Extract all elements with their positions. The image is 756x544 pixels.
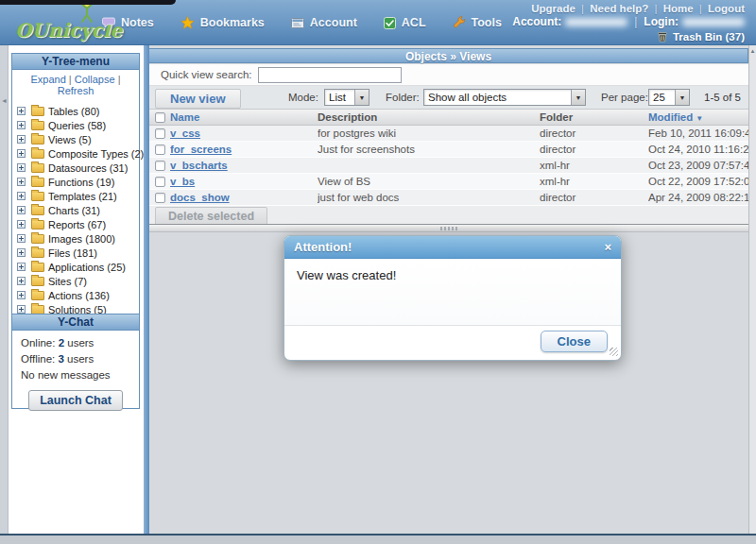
expand-plus-icon[interactable] bbox=[17, 206, 26, 214]
scrollbar[interactable]: ▲ bbox=[748, 45, 756, 534]
table-header: Name Description Folder Modified▼ bbox=[149, 110, 748, 126]
tree-item-files[interactable]: Files (181) bbox=[15, 246, 139, 260]
sidebar-collapse-arrow[interactable]: ◄ bbox=[1, 97, 8, 104]
tree-item-applications[interactable]: Applications (25) bbox=[15, 260, 139, 274]
expand-plus-icon[interactable] bbox=[17, 192, 26, 200]
tree-item-images[interactable]: Images (1800) bbox=[15, 231, 139, 246]
expand-plus-icon[interactable] bbox=[17, 178, 26, 186]
new-view-button[interactable]: New view bbox=[155, 89, 241, 109]
panel-splitter[interactable] bbox=[149, 224, 748, 232]
dialog-header[interactable]: Attention! × bbox=[284, 236, 621, 259]
refresh-link[interactable]: Refresh bbox=[58, 85, 94, 96]
delete-selected-button[interactable]: Delete selected bbox=[155, 207, 267, 226]
expand-plus-icon[interactable] bbox=[17, 277, 26, 285]
row-modified: Apr 24, 2009 08:22:17 bbox=[648, 192, 748, 203]
expand-plus-icon[interactable] bbox=[17, 220, 26, 229]
tree-item-actions[interactable]: Actions (136) bbox=[15, 288, 139, 302]
row-checkbox[interactable] bbox=[155, 128, 165, 139]
tree-item-label: Reports (67) bbox=[48, 219, 106, 230]
row-description: for postgres wiki bbox=[318, 128, 540, 139]
per-page-select[interactable]: 25 ▼ bbox=[648, 89, 690, 106]
tree-item-label: Sites (7) bbox=[48, 276, 87, 287]
collapse-link[interactable]: Collapse bbox=[75, 74, 115, 85]
resize-handle-icon[interactable] bbox=[610, 348, 618, 356]
object-name-link[interactable]: v_bscharts bbox=[170, 160, 228, 171]
logout-link[interactable]: Logout bbox=[708, 3, 745, 14]
top-right-area: Upgrade | Need help? | Home | Logout Acc… bbox=[512, 3, 745, 42]
tree-item-charts[interactable]: Charts (31) bbox=[15, 203, 139, 217]
folder-select[interactable]: Show all objects ▼ bbox=[423, 89, 586, 106]
folder-value: Show all objects bbox=[424, 90, 571, 105]
folder-icon bbox=[31, 248, 44, 258]
folder-icon bbox=[31, 305, 44, 314]
separator: | bbox=[631, 15, 640, 28]
chat-box: Y-Chat Online: 2 users Offline: 3 users … bbox=[11, 314, 140, 409]
expand-link[interactable]: Expand bbox=[30, 74, 65, 85]
quick-view-search-input[interactable] bbox=[258, 67, 402, 83]
nav-item-tools[interactable]: Tools bbox=[453, 16, 502, 29]
object-name-link[interactable]: docs_show bbox=[170, 192, 230, 203]
row-checkbox[interactable] bbox=[155, 161, 165, 171]
expand-plus-icon[interactable] bbox=[17, 291, 26, 299]
mode-select[interactable]: List ▼ bbox=[324, 89, 369, 106]
expand-plus-icon[interactable] bbox=[17, 234, 26, 243]
tree-item-label: Views (5) bbox=[48, 134, 92, 145]
nav-item-notes[interactable]: Notes bbox=[102, 16, 154, 29]
sidebar: Y-Tree-menu Expand | Collapse | Refresh … bbox=[8, 45, 144, 534]
row-checkbox[interactable] bbox=[155, 144, 165, 155]
row-checkbox[interactable] bbox=[155, 177, 165, 187]
expand-plus-icon[interactable] bbox=[17, 263, 26, 271]
row-checkbox[interactable] bbox=[155, 193, 165, 203]
expand-plus-icon[interactable] bbox=[17, 135, 26, 144]
login-label: Login: bbox=[644, 15, 679, 28]
dialog-close-button[interactable]: Close bbox=[541, 331, 608, 352]
expand-plus-icon[interactable] bbox=[17, 305, 26, 314]
tree-item-label: Tables (80) bbox=[48, 106, 99, 117]
separator: | bbox=[578, 3, 587, 14]
sort-by-modified[interactable]: Modified bbox=[648, 111, 693, 123]
expand-plus-icon[interactable] bbox=[17, 248, 26, 257]
folder-icon bbox=[31, 263, 44, 272]
tree-item-views[interactable]: Views (5) bbox=[15, 132, 139, 146]
mode-label: Mode: bbox=[288, 92, 318, 103]
sort-by-name[interactable]: Name bbox=[170, 111, 199, 123]
nav-item-account[interactable]: Account bbox=[291, 16, 357, 29]
tree-item-templates[interactable]: Templates (21) bbox=[15, 189, 139, 203]
dialog-close-icon[interactable]: × bbox=[604, 240, 611, 254]
tree-item-datasources[interactable]: Datasources (31) bbox=[15, 161, 139, 175]
upgrade-link[interactable]: Upgrade bbox=[531, 3, 576, 14]
nav-item-acl[interactable]: ACL bbox=[384, 16, 426, 29]
row-modified: Oct 23, 2009 07:57:47 bbox=[648, 160, 748, 171]
object-name-link[interactable]: for_screens bbox=[170, 144, 232, 155]
select-all-checkbox[interactable] bbox=[155, 112, 165, 123]
need-help-link[interactable]: Need help? bbox=[590, 3, 648, 14]
bottom-bar bbox=[0, 534, 756, 544]
object-name-link[interactable]: v_bs bbox=[170, 176, 195, 187]
tree-item-label: Images (1800) bbox=[48, 233, 115, 245]
row-modified: Oct 22, 2009 17:52:02 bbox=[648, 176, 748, 187]
folder-icon bbox=[31, 107, 44, 116]
tree-item-tables[interactable]: Tables (80) bbox=[15, 104, 139, 118]
offline-count: 3 bbox=[58, 353, 63, 365]
launch-chat-button[interactable]: Launch Chat bbox=[28, 390, 123, 411]
trash-bin-link[interactable]: Trash Bin (37) bbox=[512, 30, 745, 42]
tree-menu-title: Y-Tree-menu bbox=[12, 54, 139, 70]
tree-item-queries[interactable]: Queries (58) bbox=[15, 118, 139, 132]
tree-item-composite-types[interactable]: Composite Types (2) bbox=[15, 146, 139, 161]
expand-plus-icon[interactable] bbox=[17, 107, 26, 115]
tree-item-reports[interactable]: Reports (67) bbox=[15, 217, 139, 231]
tree-item-functions[interactable]: Functions (19) bbox=[15, 175, 139, 189]
object-name-link[interactable]: v_css bbox=[170, 128, 200, 139]
row-folder: xml-hr bbox=[540, 176, 648, 187]
app-screen: OUnicycle Notes Bookmarks bbox=[0, 0, 756, 544]
tree-item-sites[interactable]: Sites (7) bbox=[15, 274, 139, 288]
tree-item-label: Datasources (31) bbox=[48, 162, 128, 174]
nav-item-bookmarks[interactable]: Bookmarks bbox=[180, 16, 265, 29]
expand-plus-icon[interactable] bbox=[17, 121, 26, 129]
folder-icon bbox=[31, 277, 44, 286]
table-rows: v_css for postgres wiki director Feb 10,… bbox=[149, 126, 748, 206]
home-link[interactable]: Home bbox=[663, 3, 694, 14]
folder-icon bbox=[31, 163, 44, 173]
expand-plus-icon[interactable] bbox=[17, 163, 26, 172]
expand-plus-icon[interactable] bbox=[17, 149, 26, 158]
